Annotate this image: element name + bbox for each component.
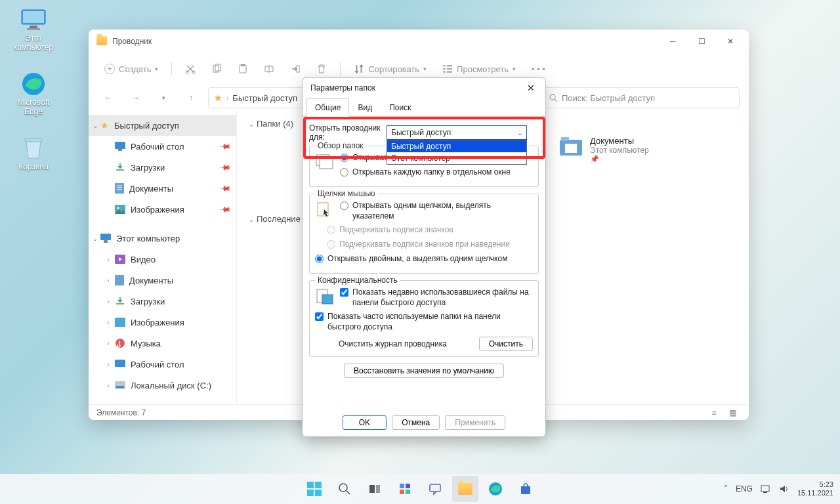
taskbar-store[interactable] [513, 476, 539, 502]
new-button[interactable]: +Создать▾ [98, 58, 165, 79]
sidebar-downloads-pc[interactable]: ›Загрузки [89, 291, 236, 312]
sidebar-downloads[interactable]: Загрузки📌 [89, 157, 236, 178]
open-for-combobox[interactable]: Быстрый доступ⌄ Быстрый доступ Этот комп… [387, 125, 527, 140]
sidebar-this-pc[interactable]: ⌄Этот компьютер [89, 228, 236, 249]
sort-button[interactable]: Сортировать▾ [347, 58, 433, 79]
clear-button[interactable]: Очистить [479, 337, 533, 351]
up-button[interactable]: ↑ [180, 87, 201, 108]
ok-button[interactable]: OK [343, 415, 387, 430]
svg-rect-61 [430, 484, 440, 492]
combo-option-this-pc[interactable]: Этот компьютер [387, 152, 526, 164]
search-input[interactable]: Поиск: Быстрый доступ [543, 87, 740, 108]
group-legend: Щелчки мышью [315, 189, 378, 198]
desktop-icon-recycle[interactable]: Корзина [9, 135, 58, 172]
start-button[interactable] [301, 476, 327, 502]
tray-language[interactable]: ENG [736, 484, 753, 494]
sidebar-local-disk[interactable]: ›Локальный диск (C:) [89, 375, 236, 396]
more-button[interactable]: • • • [525, 58, 552, 79]
cancel-button[interactable]: Отмена [392, 415, 440, 430]
pin-icon: 📌 [219, 161, 231, 173]
svg-rect-24 [118, 149, 122, 151]
radio-single-click[interactable] [340, 201, 348, 210]
taskbar-taskview[interactable] [362, 476, 388, 502]
view-details-button[interactable]: ≡ [705, 406, 723, 419]
forward-button[interactable]: → [125, 87, 146, 108]
tray-volume-icon[interactable] [779, 484, 789, 494]
radio-underline-always [327, 226, 335, 234]
folder-icon [96, 36, 107, 47]
taskbar-widgets[interactable] [392, 476, 418, 502]
group-legend: Обзор папок [315, 141, 366, 150]
tab-general[interactable]: Общие [306, 98, 349, 117]
svg-rect-2 [30, 26, 37, 28]
delete-button[interactable] [310, 58, 333, 79]
desktop-icon-edge[interactable]: Microsoft Edge [9, 71, 58, 117]
minimize-button[interactable]: ─ [658, 32, 687, 51]
pin-icon: 📌 [219, 203, 231, 215]
tray-network-icon[interactable] [761, 484, 771, 494]
chevron-down-icon: ⌄ [517, 129, 522, 136]
desktop-icon-label: Этот компьютер [9, 34, 58, 52]
sidebar-desktop-pc[interactable]: ›Рабочий стол [89, 354, 236, 375]
sidebar-documents-pc[interactable]: ›Документы [89, 270, 236, 291]
paste-button[interactable] [231, 58, 255, 79]
checkbox-recent-files[interactable] [340, 288, 348, 297]
taskbar-chat[interactable] [422, 476, 448, 502]
restore-defaults-button[interactable]: Восстановить значения по умолчанию [344, 364, 504, 378]
svg-rect-49 [307, 482, 314, 488]
sidebar-videos[interactable]: ›Видео [89, 249, 236, 270]
svg-rect-51 [307, 490, 314, 496]
apply-button[interactable]: Применить [445, 415, 505, 430]
radio-double-click[interactable] [315, 255, 324, 263]
titlebar[interactable]: Проводник ─ ☐ ✕ [89, 30, 749, 53]
recycle-bin-icon [20, 135, 47, 161]
tray-clock[interactable]: 5:23 15.11.2021 [797, 480, 833, 497]
svg-rect-39 [116, 386, 124, 388]
sidebar-desktop[interactable]: Рабочий стол📌 [89, 136, 236, 157]
svg-rect-65 [763, 492, 767, 493]
radio-same-window[interactable] [340, 154, 348, 162]
document-icon [115, 275, 124, 285]
combobox-dropdown: Быстрый доступ Этот компьютер [387, 140, 527, 165]
pin-icon: 📌 [590, 155, 649, 163]
dialog-titlebar[interactable]: Параметры папок ✕ [303, 78, 545, 98]
view-button[interactable]: Просмотреть▾ [436, 58, 522, 79]
dialog-close-button[interactable]: ✕ [520, 80, 541, 96]
maximize-button[interactable]: ☐ [687, 32, 716, 51]
cut-button[interactable] [178, 58, 202, 79]
combo-option-quick-access[interactable]: Быстрый доступ [387, 140, 526, 152]
sidebar-music[interactable]: ›Музыка [89, 333, 236, 354]
svg-line-54 [346, 491, 350, 494]
folder-icon [458, 483, 472, 495]
taskbar-search[interactable] [331, 476, 358, 502]
svg-rect-59 [400, 490, 404, 494]
tab-search[interactable]: Поиск [381, 98, 419, 117]
video-icon [115, 255, 125, 264]
clear-history-label: Очистить журнал проводника [339, 339, 447, 348]
share-button[interactable] [284, 58, 307, 79]
view-large-button[interactable]: ▦ [724, 406, 741, 419]
cursor-icon [315, 201, 335, 219]
svg-point-21 [550, 94, 555, 100]
rename-button[interactable] [257, 58, 281, 79]
close-button[interactable]: ✕ [716, 32, 745, 51]
radio-underline-hover [327, 240, 335, 249]
desktop-icon-this-pc[interactable]: Этот компьютер [9, 7, 58, 52]
svg-rect-63 [521, 486, 530, 494]
sidebar-pictures[interactable]: Изображения📌 [89, 199, 236, 220]
back-button[interactable]: ← [98, 87, 119, 108]
sidebar-pictures-pc[interactable]: ›Изображения [89, 312, 236, 333]
taskbar-edge[interactable] [482, 476, 509, 502]
copy-button[interactable] [205, 58, 228, 79]
checkbox-frequent-folders[interactable] [315, 312, 324, 321]
picture-icon [115, 205, 125, 214]
recent-button[interactable]: ▾ [153, 87, 174, 108]
folder-item-documents[interactable]: ДокументыЭтот компьютер📌 [558, 136, 690, 163]
svg-point-30 [117, 207, 119, 209]
tray-chevron-icon[interactable]: ˄ [724, 484, 728, 494]
tab-view[interactable]: Вид [349, 98, 381, 117]
sidebar-documents[interactable]: Документы📌 [89, 178, 236, 199]
sidebar-quick-access[interactable]: ⌄★Быстрый доступ [89, 115, 236, 136]
taskbar-explorer[interactable] [452, 476, 478, 502]
radio-new-window[interactable] [340, 168, 348, 177]
